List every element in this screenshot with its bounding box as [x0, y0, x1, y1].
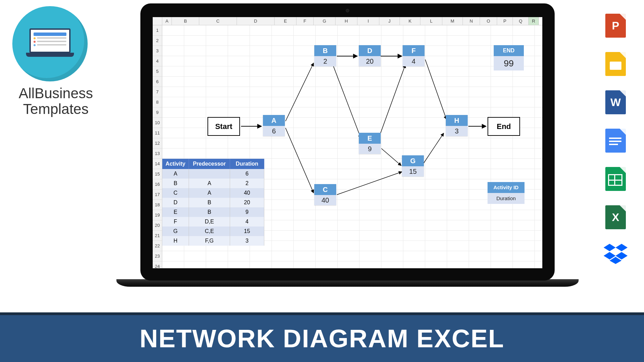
- svg-line-9: [425, 60, 446, 119]
- word-icon[interactable]: W: [604, 90, 628, 114]
- end-card: END 99: [494, 45, 524, 70]
- node-c: C 40: [314, 184, 336, 205]
- node-duration: 4: [403, 56, 425, 66]
- col-header[interactable]: O: [480, 17, 497, 25]
- spreadsheet-cells[interactable]: Start End A 6 B 2: [162, 25, 542, 268]
- col-header[interactable]: Q: [513, 17, 529, 25]
- svg-line-6: [379, 65, 405, 138]
- col-header[interactable]: L: [420, 17, 442, 25]
- svg-line-4: [333, 66, 361, 138]
- row-header[interactable]: 10: [153, 118, 162, 128]
- brand-logo-laptop-icon: [26, 28, 74, 59]
- row-header[interactable]: 9: [153, 107, 162, 118]
- row-header[interactable]: 20: [153, 220, 162, 231]
- svg-line-1: [286, 63, 314, 121]
- col-header[interactable]: H: [336, 17, 357, 25]
- node-duration: 40: [314, 195, 336, 205]
- row-header[interactable]: 12: [153, 138, 162, 148]
- google-slides-icon[interactable]: [604, 52, 628, 76]
- row-header[interactable]: 1: [153, 25, 162, 36]
- row-header[interactable]: 24: [153, 261, 162, 267]
- col-header[interactable]: R: [529, 17, 539, 25]
- brand-text: AllBusiness Templates: [12, 86, 99, 117]
- row-header[interactable]: 13: [153, 148, 162, 159]
- col-header[interactable]: B: [172, 17, 199, 25]
- svg-line-10: [423, 133, 444, 164]
- google-sheets-icon[interactable]: [604, 167, 628, 191]
- node-id: D: [359, 45, 381, 56]
- col-activity: Activity: [162, 159, 189, 169]
- table-row: F D,E 4: [162, 217, 264, 227]
- row-header[interactable]: 4: [153, 56, 162, 66]
- node-f: F 4: [403, 45, 425, 66]
- col-header[interactable]: M: [442, 17, 463, 25]
- node-id: A: [263, 115, 285, 126]
- row-header[interactable]: 7: [153, 87, 162, 97]
- row-header[interactable]: 21: [153, 231, 162, 241]
- end-card-header: END: [494, 45, 524, 56]
- row-header[interactable]: 2: [153, 36, 162, 46]
- powerpoint-icon[interactable]: P: [604, 14, 628, 38]
- col-header[interactable]: I: [357, 17, 379, 25]
- table-row: G C,E 15: [162, 227, 264, 236]
- row-header[interactable]: 8: [153, 97, 162, 107]
- table-row: H F,G 3: [162, 236, 264, 246]
- row-header[interactable]: 6: [153, 77, 162, 87]
- col-predecessor: Predecessor: [189, 159, 230, 169]
- node-id: B: [314, 45, 336, 56]
- row-header[interactable]: 15: [153, 169, 162, 179]
- node-id: H: [446, 115, 468, 126]
- col-header[interactable]: E: [275, 17, 296, 25]
- col-header[interactable]: C: [199, 17, 237, 25]
- table-row: B A 2: [162, 179, 264, 188]
- node-id: G: [402, 155, 424, 166]
- end-card-value: 99: [494, 56, 524, 70]
- col-header[interactable]: N: [463, 17, 480, 25]
- node-d: D 20: [359, 45, 381, 66]
- footer-title: NETWORK DIAGRAM EXCEL: [140, 324, 505, 353]
- end-label: End: [497, 122, 511, 131]
- svg-marker-12: [604, 244, 616, 251]
- legend-header: Activity ID: [488, 182, 525, 193]
- svg-line-7: [381, 148, 401, 166]
- node-a: A 6: [263, 115, 285, 136]
- col-header[interactable]: J: [379, 17, 400, 25]
- row-header[interactable]: 23: [153, 251, 162, 261]
- legend-value: Duration: [488, 193, 525, 204]
- google-docs-icon[interactable]: [604, 129, 628, 153]
- svg-line-8: [337, 172, 402, 195]
- row-header[interactable]: 18: [153, 200, 162, 210]
- col-header[interactable]: F: [296, 17, 314, 25]
- node-duration: 2: [314, 56, 336, 66]
- brand-logo: [12, 6, 88, 81]
- row-header[interactable]: 3: [153, 46, 162, 56]
- node-b: B 2: [314, 45, 336, 66]
- dropbox-icon[interactable]: [604, 244, 628, 264]
- row-header[interactable]: 16: [153, 179, 162, 190]
- excel-icon[interactable]: X: [604, 205, 628, 229]
- row-header[interactable]: 14: [153, 159, 162, 169]
- node-id: C: [314, 184, 336, 195]
- row-header[interactable]: 11: [153, 128, 162, 138]
- node-duration: 3: [446, 126, 468, 136]
- row-header[interactable]: 19: [153, 210, 162, 220]
- row-header[interactable]: 5: [153, 66, 162, 77]
- col-header[interactable]: K: [400, 17, 420, 25]
- legend-card: Activity ID Duration: [488, 182, 525, 204]
- row-headers: 1 2 3 4 5 6 7 8 9 10 11 12 13 14: [153, 25, 162, 268]
- brand-line2: Templates: [23, 101, 88, 117]
- table-row: A 6: [162, 169, 264, 179]
- select-all-corner[interactable]: [153, 17, 162, 25]
- file-format-icons: P W X: [604, 14, 630, 264]
- node-duration: 9: [359, 144, 381, 154]
- brand-column: AllBusiness Templates: [0, 0, 99, 301]
- col-header[interactable]: D: [237, 17, 275, 25]
- row-header[interactable]: 22: [153, 241, 162, 251]
- col-header[interactable]: A: [162, 17, 172, 25]
- footer-title-bar: NETWORK DIAGRAM EXCEL: [0, 312, 644, 362]
- node-id: F: [403, 45, 425, 56]
- col-header[interactable]: G: [314, 17, 336, 25]
- table-header: Activity Predecessor Duration: [162, 159, 264, 169]
- row-header[interactable]: 17: [153, 190, 162, 200]
- col-header[interactable]: P: [497, 17, 513, 25]
